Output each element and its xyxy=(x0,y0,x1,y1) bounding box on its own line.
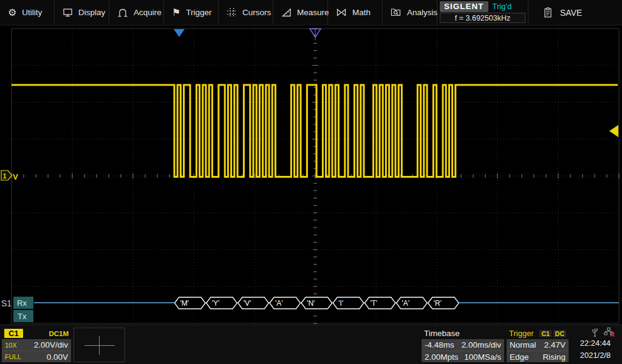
menu-cursors-label: Cursors xyxy=(242,8,271,17)
menu-acquire[interactable]: Acquire xyxy=(109,0,164,25)
clock-date: 2021/2/8 xyxy=(580,349,611,362)
menu-utility[interactable]: ⚙ Utility xyxy=(0,0,55,25)
timebase-delay: -4.48ms xyxy=(425,340,454,349)
svg-text:S1: S1 xyxy=(1,298,12,308)
channel-offset: 0.00V xyxy=(47,352,68,362)
svg-text:'N': 'N' xyxy=(307,299,315,308)
trigger-mode: Normal xyxy=(510,340,536,349)
siglent-logo: SIGLENT xyxy=(440,1,488,12)
menu-display-label: Display xyxy=(78,8,105,17)
menu-utility-label: Utility xyxy=(22,8,42,17)
save-button[interactable]: SAVE xyxy=(528,0,622,25)
svg-text:'R': 'R' xyxy=(434,299,442,308)
probe-attenuation: 10X xyxy=(5,342,17,349)
timebase-descriptor-box[interactable]: Timebase -4.48ms 2.00ms/div 2.00Mpts 100… xyxy=(422,328,504,362)
save-clipboard-icon xyxy=(543,7,553,18)
menu-math[interactable]: Math xyxy=(328,0,383,25)
bottom-status-bar: C1 DC1M 10X 2.00V/div FULL 0.00V Timebas… xyxy=(0,325,622,364)
menu-measure-label: Measure xyxy=(297,8,329,17)
menu-display[interactable]: Display xyxy=(55,0,109,25)
logo-status-block: SIGLENT Trig'd f = 3.692503kHz xyxy=(437,0,528,25)
menu-trigger-label: Trigger xyxy=(186,8,211,17)
trigger-coupling-badge: DC xyxy=(553,330,566,337)
save-label: SAVE xyxy=(560,8,582,18)
menu-measure[interactable]: Measure xyxy=(273,0,328,25)
math-icon xyxy=(336,7,347,18)
menu-analysis[interactable]: Analysis xyxy=(383,0,437,25)
svg-text:'V': 'V' xyxy=(244,299,251,308)
svg-text:1: 1 xyxy=(3,172,7,180)
oscilloscope-screen: ⚙ Utility Display Acquire ⚑ Trigger xyxy=(0,0,622,364)
trigger-level: 2.47V xyxy=(544,340,566,349)
trigger-slope: Rising xyxy=(542,352,566,362)
svg-text:'M': 'M' xyxy=(180,299,190,308)
flag-icon: ⚑ xyxy=(172,8,180,18)
svg-text:'A': 'A' xyxy=(275,299,283,308)
trigger-status-badge: Trig'd xyxy=(493,2,512,11)
trigger-title: Trigger xyxy=(509,329,534,338)
volts-per-div: 2.00V/div xyxy=(34,340,68,349)
trigger-type: Edge xyxy=(510,352,529,362)
analysis-icon xyxy=(391,7,402,18)
frequency-counter-readout: f = 3.692503kHz xyxy=(440,13,525,23)
menu-trigger[interactable]: ⚑ Trigger xyxy=(164,0,219,25)
timebase-title: Timebase xyxy=(424,329,460,338)
clock-time: 22:24:44 xyxy=(580,337,611,349)
cursors-icon xyxy=(227,7,237,18)
sample-rate: 100MSa/s xyxy=(464,352,501,362)
display-icon xyxy=(63,7,73,18)
svg-text:'A': 'A' xyxy=(402,299,410,308)
svg-text:V: V xyxy=(13,172,18,181)
channel-1-descriptor-box[interactable]: C1 DC1M 10X 2.00V/div FULL 0.00V xyxy=(2,328,71,362)
acquire-icon xyxy=(117,7,128,18)
svg-text:Rx: Rx xyxy=(17,298,27,308)
time-per-div: 2.00ms/div xyxy=(462,340,501,349)
gear-icon: ⚙ xyxy=(8,8,16,18)
bandwidth-limit: FULL xyxy=(5,353,21,360)
svg-text:Tx: Tx xyxy=(18,312,27,321)
menu-analysis-label: Analysis xyxy=(407,8,437,17)
add-channel-placeholder[interactable] xyxy=(73,328,125,362)
system-status-block[interactable]: 22:24:44 2021/2/8 xyxy=(570,326,621,364)
trigger-source-badge: C1 xyxy=(539,330,551,337)
lan-disconnected-icon xyxy=(604,327,615,337)
channel-coupling: DC1M xyxy=(49,330,69,337)
trigger-descriptor-box[interactable]: Trigger C1 DC Normal 2.47V Edge Rising xyxy=(507,328,569,362)
menu-math-label: Math xyxy=(352,8,371,17)
svg-text:'T': 'T' xyxy=(370,299,377,308)
scope-graticule: 1VS1RxTx'M''Y''V''A''N''I''T''A''R' xyxy=(0,25,622,325)
memory-depth: 2.00Mpts xyxy=(425,352,459,362)
menu-cursors[interactable]: Cursors xyxy=(219,0,273,25)
waveform-display-area[interactable]: 1VS1RxTx'M''Y''V''A''N''I''T''A''R' xyxy=(0,25,622,325)
menu-acquire-label: Acquire xyxy=(134,8,162,17)
svg-text:'I': 'I' xyxy=(338,299,343,308)
svg-text:'Y': 'Y' xyxy=(212,299,220,308)
usb-icon xyxy=(591,327,599,337)
measure-icon xyxy=(281,7,292,18)
channel-1-badge: C1 xyxy=(4,329,23,338)
top-menu-bar: ⚙ Utility Display Acquire ⚑ Trigger xyxy=(0,0,622,25)
